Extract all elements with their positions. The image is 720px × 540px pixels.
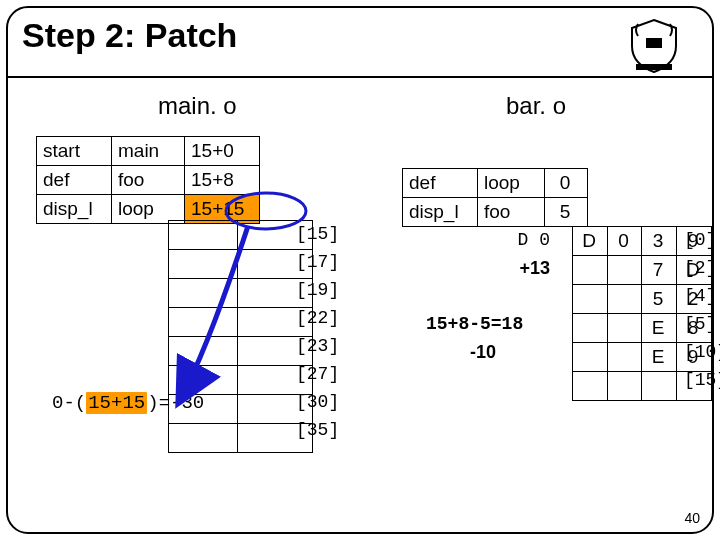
bar-symbol-table: def loop 0 disp_l foo 5 bbox=[402, 168, 588, 227]
svg-rect-0 bbox=[646, 38, 662, 48]
svg-rect-1 bbox=[636, 64, 672, 70]
bar-addr: [2] bbox=[684, 258, 716, 278]
bar-annot-calc: 15+8-5=18 bbox=[426, 314, 523, 334]
university-crest-icon bbox=[624, 16, 684, 76]
table-row: start main 15+0 bbox=[37, 137, 260, 166]
main-addr: [35] bbox=[296, 420, 339, 440]
main-addr: [22] bbox=[296, 308, 339, 328]
bar-addr: [5] bbox=[684, 314, 716, 334]
main-addr: [23] bbox=[296, 336, 339, 356]
main-o-header: main. o bbox=[158, 92, 237, 120]
table-row bbox=[169, 424, 313, 453]
main-memory-block bbox=[168, 220, 313, 453]
table-row bbox=[169, 337, 313, 366]
title-divider bbox=[8, 76, 712, 78]
bar-annot-minus10: -10 bbox=[470, 342, 496, 363]
table-row bbox=[169, 366, 313, 395]
table-row: def loop 0 bbox=[403, 169, 588, 198]
page-number: 40 bbox=[684, 510, 700, 526]
table-row bbox=[169, 250, 313, 279]
bar-addr: [4] bbox=[684, 286, 716, 306]
main-addr: [17] bbox=[296, 252, 339, 272]
bar-annot-d0: D 0 bbox=[518, 230, 550, 250]
bar-addr: [10] bbox=[684, 342, 720, 362]
bar-addr: [0] bbox=[684, 230, 716, 250]
bar-addr: [15] bbox=[684, 370, 720, 390]
table-row: disp_l foo 5 bbox=[403, 198, 588, 227]
main-disp-calc: 0-(15+15)=-30 bbox=[52, 392, 204, 414]
main-addr: [30] bbox=[296, 392, 339, 412]
table-row: def foo 15+8 bbox=[37, 166, 260, 195]
table-row bbox=[169, 308, 313, 337]
bar-annot-plus13: +13 bbox=[519, 258, 550, 279]
main-addr: [27] bbox=[296, 364, 339, 384]
main-symbol-table: start main 15+0 def foo 15+8 disp_l loop… bbox=[36, 136, 260, 224]
table-row bbox=[169, 221, 313, 250]
main-addr: [19] bbox=[296, 280, 339, 300]
main-addr: [15] bbox=[296, 224, 339, 244]
table-row bbox=[169, 279, 313, 308]
slide-frame: Step 2: Patch main. o bar. o start main … bbox=[6, 6, 714, 534]
slide-title: Step 2: Patch bbox=[22, 16, 237, 55]
bar-o-header: bar. o bbox=[506, 92, 566, 120]
